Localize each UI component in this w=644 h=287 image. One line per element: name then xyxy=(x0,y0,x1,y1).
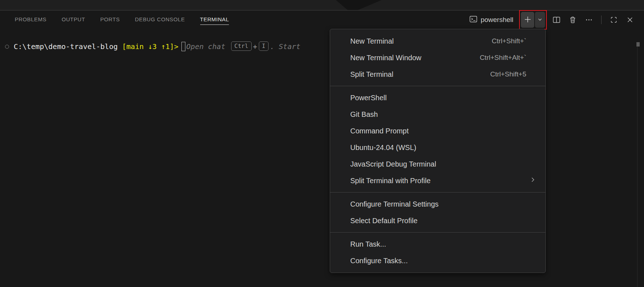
plus-icon xyxy=(523,15,532,25)
menu-item-configure-tasks[interactable]: Configure Tasks... xyxy=(330,252,545,269)
active-shell-label: powershell xyxy=(481,16,513,24)
split-terminal-button[interactable] xyxy=(550,14,563,26)
menu-item-run-task[interactable]: Run Task... xyxy=(330,236,545,252)
new-terminal-button[interactable] xyxy=(521,12,534,28)
menu-item-label: Select Default Profile xyxy=(350,217,418,225)
terminal-scrollbar-thumb[interactable] xyxy=(636,42,640,47)
menu-item-new-terminal-window[interactable]: New Terminal Window Ctrl+Shift+Alt+` xyxy=(330,49,545,66)
close-icon xyxy=(626,16,634,24)
menu-item-shortcut: Ctrl+Shift+Alt+` xyxy=(480,54,526,62)
toolbar-divider xyxy=(601,16,602,24)
menu-separator xyxy=(330,86,545,86)
command-decoration-icon[interactable] xyxy=(5,45,9,49)
keycap-ctrl: Ctrl xyxy=(231,41,252,51)
menu-item-label: Git Bash xyxy=(350,110,378,119)
menu-item-label: Split Terminal with Profile xyxy=(350,177,431,185)
maximize-panel-button[interactable] xyxy=(608,14,620,26)
menu-item-configure-terminal-settings[interactable]: Configure Terminal Settings xyxy=(330,196,545,212)
ghost-text-open-chat: Open chat xyxy=(186,42,230,51)
menu-item-split-terminal-with-profile[interactable]: Split Terminal with Profile xyxy=(330,172,545,189)
menu-item-split-terminal[interactable]: Split Terminal Ctrl+Shift+5 xyxy=(330,66,545,83)
menu-item-label: New Terminal xyxy=(350,37,394,45)
terminal-viewport[interactable]: C:\temp\demo-travel-blog [main ↓3 ↑1]> O… xyxy=(0,29,644,287)
prompt-char: > xyxy=(174,42,179,51)
keycap-i: I xyxy=(259,41,269,51)
split-panel-icon xyxy=(553,16,560,24)
panel-toolbar: powershell xyxy=(469,10,644,30)
tab-ports[interactable]: PORTS xyxy=(100,14,120,26)
menu-item-powershell[interactable]: PowerShell xyxy=(330,89,545,106)
menu-separator xyxy=(330,232,545,233)
tab-output[interactable]: OUTPUT xyxy=(62,14,85,26)
menu-item-ubuntu-wsl[interactable]: Ubuntu-24.04 (WSL) xyxy=(330,139,545,156)
menu-item-label: Configure Tasks... xyxy=(350,257,408,265)
trash-icon xyxy=(569,16,577,24)
launch-profile-dropdown-button[interactable] xyxy=(535,12,545,28)
menu-item-label: Ubuntu-24.04 (WSL) xyxy=(350,144,416,152)
menu-item-js-debug-terminal[interactable]: JavaScript Debug Terminal xyxy=(330,156,545,172)
toolbar-icons xyxy=(550,14,636,26)
menu-item-label: Configure Terminal Settings xyxy=(350,200,438,208)
panel-header: PROBLEMS OUTPUT PORTS DEBUG CONSOLE TERM… xyxy=(0,11,644,29)
menu-item-label: PowerShell xyxy=(350,94,387,102)
menu-item-command-prompt[interactable]: Command Prompt xyxy=(330,123,545,139)
menu-item-select-default-profile[interactable]: Select Default Profile xyxy=(330,212,545,229)
terminal-more-actions-button[interactable] xyxy=(583,14,595,26)
ghost-text-start: . Start xyxy=(270,42,300,51)
active-shell-chip[interactable]: powershell xyxy=(469,15,513,25)
highlight-red-box xyxy=(519,10,547,30)
tab-problems[interactable]: PROBLEMS xyxy=(15,14,46,26)
powershell-terminal-icon xyxy=(469,15,477,25)
menu-item-label: Run Task... xyxy=(350,240,386,248)
menu-item-shortcut: Ctrl+Shift+` xyxy=(492,37,526,45)
menu-item-label: Command Prompt xyxy=(350,127,409,135)
editor-area-strip xyxy=(0,0,644,10)
close-panel-button[interactable] xyxy=(624,14,636,26)
chevron-down-icon xyxy=(537,17,543,23)
maximize-icon xyxy=(610,16,618,24)
keycap-join: + xyxy=(253,42,257,51)
command-center-notch xyxy=(336,0,382,10)
menu-item-new-terminal[interactable]: New Terminal Ctrl+Shift+` xyxy=(330,33,545,49)
panel-tabs: PROBLEMS OUTPUT PORTS DEBUG CONSOLE TERM… xyxy=(0,14,229,26)
terminal-cursor xyxy=(181,42,185,51)
menu-separator xyxy=(330,192,545,193)
menu-item-git-bash[interactable]: Git Bash xyxy=(330,106,545,123)
ellipsis-icon xyxy=(585,16,593,24)
chevron-right-icon xyxy=(530,177,536,185)
terminal-prompt-line: C:\temp\demo-travel-blog [main ↓3 ↑1]> O… xyxy=(0,41,301,52)
menu-item-label: JavaScript Debug Terminal xyxy=(350,160,436,168)
prompt-git-status: [main ↓3 ↑1] xyxy=(118,42,174,51)
prompt-path: C:\temp\demo-travel-blog xyxy=(14,42,118,51)
menu-item-shortcut: Ctrl+Shift+5 xyxy=(490,70,526,78)
terminal-profile-context-menu: New Terminal Ctrl+Shift+` New Terminal W… xyxy=(330,29,546,273)
tab-debug-console[interactable]: DEBUG CONSOLE xyxy=(135,14,185,26)
tab-terminal[interactable]: TERMINAL xyxy=(200,14,229,26)
menu-item-label: New Terminal Window xyxy=(350,54,421,62)
kill-terminal-button[interactable] xyxy=(567,14,579,26)
menu-item-label: Split Terminal xyxy=(350,70,393,79)
terminal-scrollbar-track xyxy=(637,42,638,287)
